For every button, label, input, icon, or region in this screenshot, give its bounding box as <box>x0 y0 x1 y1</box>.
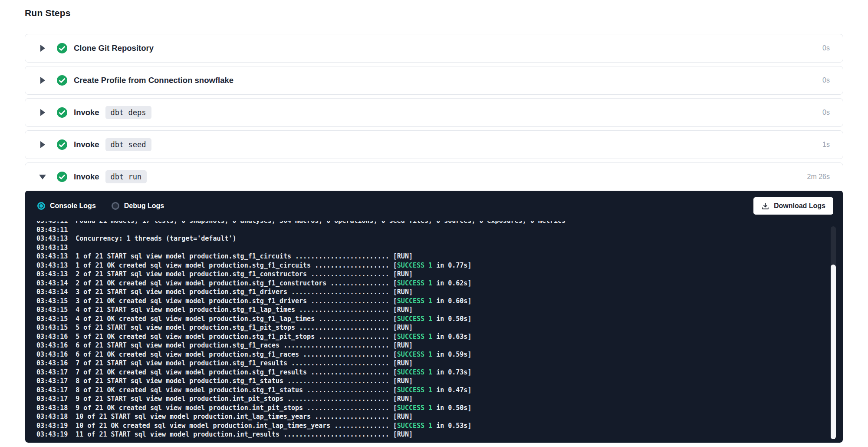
radio-selected-icon <box>37 202 45 210</box>
console-logs-label: Console Logs <box>50 202 96 210</box>
debug-logs-radio[interactable]: Debug Logs <box>112 202 164 210</box>
command-badge: dbt run <box>105 170 147 183</box>
log-line: 03:43:17 7 of 21 OK created sql view mod… <box>36 368 843 377</box>
log-line: 03:43:18 9 of 21 OK created sql view mod… <box>36 404 843 413</box>
log-line: 03:43:16 6 of 21 START sql view model pr… <box>36 341 843 350</box>
success-check-icon <box>56 139 68 150</box>
chevron-right-icon <box>39 45 46 52</box>
step-card: Invoke dbt seed 1s <box>25 130 843 159</box>
log-line: 03:43:15 4 of 21 START sql view model pr… <box>36 305 843 315</box>
log-line: 03:43:13 1 of 21 START sql view model pr… <box>36 252 843 261</box>
log-line: 03:43:13 <box>36 243 843 252</box>
success-check-icon <box>56 43 68 54</box>
step-card: Clone Git Repository 0s <box>25 34 843 63</box>
log-line: 03:43:15 5 of 21 START sql view model pr… <box>36 323 843 332</box>
log-line: 03:43:11 <box>36 225 843 235</box>
command-badge: dbt seed <box>105 138 151 151</box>
step-duration: 1s <box>822 141 830 149</box>
chevron-down-icon <box>39 175 46 179</box>
step-title: Create Profile from Connection snowflake <box>74 76 233 85</box>
step-card: Create Profile from Connection snowflake… <box>25 66 843 95</box>
run-steps-page: Run Steps Clone Git Repository 0s Create… <box>0 0 868 443</box>
step-header-dbt-seed[interactable]: Invoke dbt seed 1s <box>25 131 843 159</box>
step-duration: 0s <box>822 44 830 52</box>
console-log: 03:43:11 Found 21 models, 17 tests, 0 sn… <box>36 221 843 439</box>
log-line: 03:43:14 2 of 21 OK created sql view mod… <box>36 279 843 288</box>
log-line: 03:43:19 10 of 21 OK created sql view mo… <box>36 421 843 430</box>
log-line: 03:43:17 8 of 21 OK created sql view mod… <box>36 386 843 395</box>
log-line: 03:43:18 10 of 21 START sql view model p… <box>36 412 843 421</box>
log-line: 03:43:11 Found 21 models, 17 tests, 0 sn… <box>36 221 843 225</box>
page-title: Run Steps <box>25 8 843 18</box>
step-title: Invoke <box>74 108 99 117</box>
step-header-dbt-run[interactable]: Invoke dbt run 2m 26s <box>25 163 843 191</box>
debug-logs-label: Debug Logs <box>124 202 164 210</box>
log-line: 03:43:15 3 of 21 OK created sql view mod… <box>36 297 843 306</box>
step-title: Invoke <box>74 172 99 182</box>
console-scrollbar-thumb[interactable] <box>831 265 836 439</box>
step-header-dbt-deps[interactable]: Invoke dbt deps 0s <box>25 99 843 126</box>
download-logs-label: Download Logs <box>774 202 825 210</box>
chevron-right-icon <box>39 141 46 148</box>
step-card: Invoke dbt deps 0s <box>25 98 843 127</box>
console-panel: Console Logs Debug Logs Download Logs 03… <box>25 191 843 443</box>
download-logs-button[interactable]: Download Logs <box>753 197 833 215</box>
step-card-expanded: Invoke dbt run 2m 26s Console Logs Debug… <box>25 162 843 443</box>
log-line: 03:43:17 8 of 21 START sql view model pr… <box>36 377 843 386</box>
success-check-icon <box>56 171 68 182</box>
chevron-right-icon <box>39 109 46 116</box>
log-line: 03:43:17 9 of 21 START sql view model pr… <box>36 394 843 404</box>
log-line: 03:43:15 4 of 21 OK created sql view mod… <box>36 315 843 324</box>
step-title: Clone Git Repository <box>74 43 154 53</box>
log-line: 03:43:16 7 of 21 START sql view model pr… <box>36 359 843 368</box>
radio-unselected-icon <box>112 202 119 210</box>
log-line: 03:43:19 11 of 21 START sql view model p… <box>36 430 843 439</box>
log-line: 03:43:14 3 of 21 START sql view model pr… <box>36 288 843 297</box>
log-line: 03:43:16 6 of 21 OK created sql view mod… <box>36 350 843 359</box>
log-line: 03:43:16 5 of 21 OK created sql view mod… <box>36 332 843 341</box>
command-badge: dbt deps <box>105 106 151 119</box>
step-duration: 0s <box>822 76 830 84</box>
step-title: Invoke <box>74 140 99 149</box>
step-duration: 2m 26s <box>807 173 830 181</box>
log-line: 03:43:13 2 of 21 START sql view model pr… <box>36 270 843 279</box>
step-header-clone-git-repository[interactable]: Clone Git Repository 0s <box>25 34 843 62</box>
success-check-icon <box>56 75 68 86</box>
step-duration: 0s <box>822 109 830 116</box>
console-logs-radio[interactable]: Console Logs <box>37 202 96 210</box>
log-line: 03:43:13 1 of 21 OK created sql view mod… <box>36 261 843 270</box>
download-icon <box>761 202 769 210</box>
chevron-right-icon <box>39 77 46 84</box>
console-header: Console Logs Debug Logs Download Logs <box>25 191 843 221</box>
console-log-area: 03:43:11 Found 21 models, 17 tests, 0 sn… <box>25 221 843 443</box>
log-line: 03:43:13 Concurrency: 1 threads (target=… <box>36 234 843 243</box>
success-check-icon <box>56 107 68 118</box>
step-header-create-profile[interactable]: Create Profile from Connection snowflake… <box>25 66 843 94</box>
